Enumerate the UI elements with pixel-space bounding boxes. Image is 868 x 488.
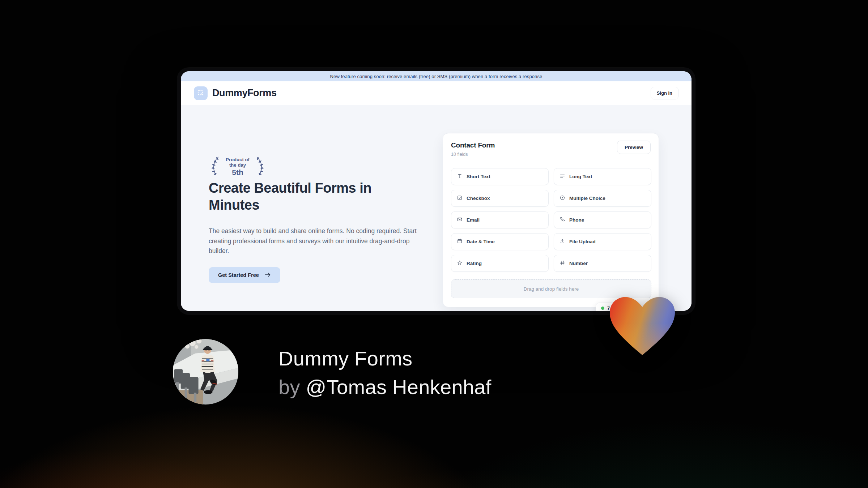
gradient-heart-icon [607,293,678,358]
brand-name: DummyForms [212,87,277,99]
caption-by: by [278,376,306,398]
announcement-banner: New feature coming soon: receive emails … [181,71,692,81]
hero-description: The easiest way to build and share onlin… [209,226,421,256]
caption-title: Dummy Forms [278,344,492,373]
hash-icon [559,260,565,267]
hero-title: Create Beautiful Forms inMinutes [209,180,411,214]
caption-author-line: by @Tomas Henkenhaf [278,373,492,401]
arrow-right-icon [265,272,271,278]
field-type-phone[interactable]: Phone [554,211,651,228]
upload-icon [559,238,565,245]
caption: Dummy Forms by @Tomas Henkenhaf [278,344,492,401]
field-type-file-upload[interactable]: File Upload [554,233,651,250]
text-icon [457,173,463,180]
lines-icon [559,173,565,180]
product-of-the-day-badge: Product of the day 5th [209,155,267,178]
get-started-button[interactable]: Get Started Free [209,267,280,283]
author-avatar [173,339,238,404]
mail-icon [457,217,463,223]
field-type-number[interactable]: Number [554,255,651,272]
dropzone-text: Drag and drop fields here [524,286,579,292]
form-builder-card: Contact Form 10 fields Preview Short Tex… [443,133,659,307]
field-type-short-text[interactable]: Short Text [451,168,549,185]
radio-icon [559,195,565,202]
app-header: DummyForms Sign In [181,81,692,105]
field-type-long-text[interactable]: Long Text [554,168,651,185]
field-type-date-time[interactable]: Date & Time [451,233,549,250]
announcement-text: New feature coming soon: receive emails … [330,74,542,79]
award-rank: 5th [222,168,253,177]
phone-icon [559,217,565,223]
preview-button[interactable]: Preview [617,141,651,154]
field-type-multiple-choice[interactable]: Multiple Choice [554,190,651,207]
field-type-email[interactable]: Email [451,211,549,228]
field-type-grid: Short Text Long Text Checkbox Multiple C… [451,168,651,272]
calendar-icon [457,238,463,245]
award-title: Product of the day [222,157,253,168]
get-started-label: Get Started Free [218,272,259,278]
field-type-rating[interactable]: Rating [451,255,549,272]
app-window-content: New feature coming soon: receive emails … [181,71,692,311]
app-window: New feature coming soon: receive emails … [177,68,695,314]
sign-in-button[interactable]: Sign In [651,87,678,99]
laurel-left-icon [209,155,220,178]
green-dot-icon [601,307,604,310]
landing-page: Product of the day 5th [181,105,692,311]
brand-logo[interactable]: DummyForms [194,86,277,100]
field-type-checkbox[interactable]: Checkbox [451,190,549,207]
cursor-select-icon [194,86,208,100]
award-text: Product of the day 5th [222,157,254,177]
laurel-right-icon [255,155,267,178]
caption-author: @Tomas Henkenhaf [306,376,492,398]
star-icon [457,260,463,267]
checkbox-icon [457,195,463,202]
